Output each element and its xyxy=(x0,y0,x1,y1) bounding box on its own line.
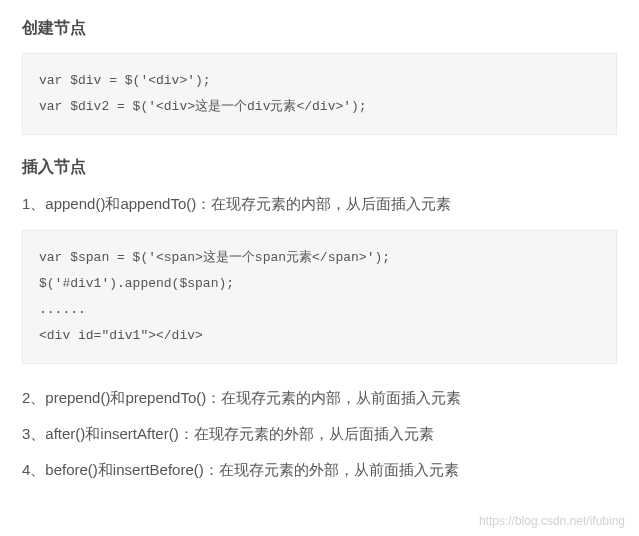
heading-create-node: 创建节点 xyxy=(22,18,617,39)
watermark: https://blog.csdn.net/ifubing xyxy=(479,514,625,528)
heading-insert-node: 插入节点 xyxy=(22,157,617,178)
list-item: 4、before()和insertBefore()：在现存元素的外部，从前面插入… xyxy=(22,458,617,482)
list-item: 2、prepend()和prependTo()：在现存元素的内部，从前面插入元素 xyxy=(22,386,617,410)
code-block-create: var $div = $('<div>'); var $div2 = $('<d… xyxy=(22,53,617,135)
list-item: 3、after()和insertAfter()：在现存元素的外部，从后面插入元素 xyxy=(22,422,617,446)
insert-intro: 1、append()和appendTo()：在现存元素的内部，从后面插入元素 xyxy=(22,192,617,216)
code-block-insert: var $span = $('<span>这是一个span元素</span>')… xyxy=(22,230,617,364)
